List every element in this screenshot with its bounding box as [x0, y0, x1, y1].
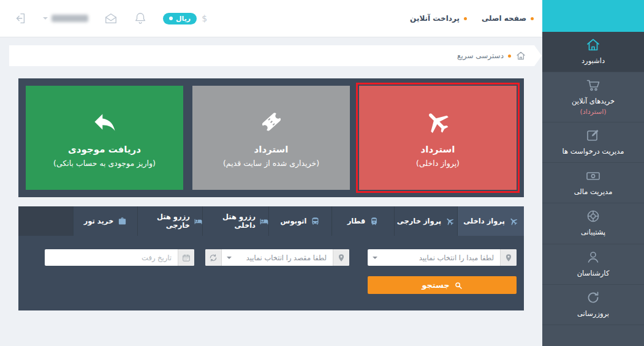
bullet-dot-icon — [508, 55, 511, 58]
bullet-dot-icon — [531, 17, 534, 20]
sidebar-item-online-purchases[interactable]: خریدهای آنلاین (استرداد) — [542, 72, 644, 122]
sidebar-item-label: کارشناسان — [577, 268, 610, 279]
ticket-icon — [258, 108, 285, 135]
sidebar-item-dashboard[interactable]: داشبورد — [542, 32, 644, 72]
sidebar-logo — [542, 0, 644, 32]
bullet-dot-icon — [464, 17, 467, 20]
sidebar-item-support[interactable]: پشتیبانی — [542, 203, 644, 244]
currency-rial-pill[interactable]: ریال — [163, 13, 197, 24]
departure-date-placeholder: تاریخ رفت — [45, 249, 178, 266]
breadcrumb: دسترسی سریع — [9, 45, 534, 66]
tab-label: پرواز داخلی — [463, 217, 505, 225]
destination-select[interactable]: لطفا مقصد را انتخاب نمایید — [205, 249, 349, 266]
banknote-icon — [586, 168, 600, 183]
plane-icon — [509, 217, 518, 226]
card-subtitle: (خریداری شده از سایت قدیم) — [223, 159, 319, 168]
card-receive-balance[interactable]: دریافت موجودی (واریز موجودی به حساب بانک… — [26, 86, 183, 190]
username-redacted — [51, 15, 88, 22]
tab-domestic-flight[interactable]: پرواز داخلی — [457, 206, 524, 236]
nav-link-online-payment[interactable]: پرداخت آنلاین — [410, 14, 467, 23]
tab-label: اتوبوس — [281, 217, 307, 225]
header-nav: صفحه اصلی پرداخت آنلاین — [410, 14, 534, 23]
sidebar-item-label: پشتیبانی — [581, 227, 605, 238]
plane-icon — [445, 217, 455, 226]
map-pin-icon — [333, 249, 349, 266]
app-window: ریال $ صفحه اصلی پرداخت آنلاین دسترسی سر… — [0, 0, 644, 346]
home-icon[interactable] — [516, 51, 526, 61]
currency-toggle[interactable]: ریال $ — [163, 13, 207, 24]
origin-placeholder: لطفا مبدا را انتخاب نمایید — [382, 249, 500, 266]
tab-domestic-hotel[interactable]: رزرو هتل داخلی — [202, 206, 268, 236]
departure-date-input[interactable]: تاریخ رفت — [45, 249, 194, 266]
sidebar-item-financial-management[interactable]: مدیریت مالی — [542, 163, 644, 203]
train-icon — [369, 217, 379, 226]
chevron-down-icon — [368, 249, 382, 266]
nav-link-home[interactable]: صفحه اصلی — [482, 14, 534, 23]
card-subtitle: (واریز موجودی به حساب بانکی) — [53, 159, 156, 168]
card-refund-domestic-flight[interactable]: استرداد (پرواز داخلی) — [359, 86, 517, 190]
breadcrumb-arrow — [534, 45, 542, 66]
lifebuoy-icon — [586, 209, 600, 224]
nav-link-online-payment-label: پرداخت آنلاین — [410, 14, 460, 23]
sidebar-item-label: داشبورد — [581, 56, 605, 66]
tab-international-flight[interactable]: پرواز خارجی — [394, 206, 457, 236]
edit-icon — [586, 128, 600, 143]
nav-link-home-label: صفحه اصلی — [482, 14, 526, 23]
tab-label: قطار — [347, 217, 366, 225]
card-refund-old-site[interactable]: استرداد (خریداری شده از سایت قدیم) — [192, 86, 350, 190]
quick-access-cards: استرداد (پرواز داخلی) استرداد (خریداری ش… — [18, 78, 524, 197]
home-icon — [586, 37, 600, 52]
calendar-icon — [178, 249, 194, 266]
breadcrumb-label: دسترسی سریع — [457, 51, 504, 60]
header-left-tools: ریال $ — [13, 12, 207, 25]
logout-icon[interactable] — [13, 12, 27, 25]
tab-label: رزرو هتل داخلی — [203, 212, 256, 230]
booking-panel: پرواز داخلی پرواز خارجی قطار اتوبوس رزرو… — [18, 206, 524, 310]
card-title: استرداد — [254, 144, 289, 155]
reply-arrow-icon — [91, 108, 118, 135]
sidebar: داشبورد خریدهای آنلاین (استرداد) مدیریت … — [542, 0, 644, 346]
destination-placeholder: لطفا مقصد را انتخاب نمایید — [237, 249, 333, 266]
briefcase-icon — [118, 217, 127, 226]
currency-dot-icon — [169, 17, 173, 20]
bed-icon — [194, 217, 202, 226]
sidebar-item-label: مدیریت درخواست ها — [563, 146, 624, 157]
currency-rial-label: ریال — [176, 15, 191, 23]
search-button-label: جستجو — [422, 280, 449, 290]
messages-icon[interactable] — [104, 12, 118, 25]
tab-international-hotel[interactable]: رزرو هتل خارجی — [137, 206, 202, 236]
cart-icon — [586, 78, 600, 92]
tab-tour[interactable]: خرید تور — [73, 206, 137, 236]
currency-dollar-label[interactable]: $ — [202, 13, 207, 23]
sidebar-item-label: مدیریت مالی — [574, 187, 613, 197]
sidebar-item-label: بروزرسانی — [577, 309, 609, 319]
card-title: استرداد — [421, 144, 455, 155]
sidebar-item-experts[interactable]: کارشناسان — [542, 244, 644, 285]
search-button[interactable]: جستجو — [368, 276, 517, 294]
notifications-bell-icon[interactable] — [134, 12, 147, 25]
chevron-down-icon — [222, 249, 237, 266]
sidebar-item-request-management[interactable]: مدیریت درخواست ها — [542, 122, 644, 163]
tab-bus[interactable]: اتوبوس — [268, 206, 331, 236]
card-title: دریافت موجودی — [68, 144, 141, 155]
plane-icon — [425, 108, 452, 135]
bus-icon — [311, 217, 320, 226]
tab-label: رزرو هتل خارجی — [138, 212, 190, 230]
tab-label: پرواز خارجی — [397, 217, 441, 225]
sidebar-item-update[interactable]: بروزرسانی — [542, 285, 644, 325]
booking-tabs: پرواز داخلی پرواز خارجی قطار اتوبوس رزرو… — [18, 206, 524, 236]
bed-icon — [260, 217, 268, 226]
map-pin-icon — [500, 249, 517, 266]
swap-refresh-icon[interactable] — [205, 249, 222, 266]
tabs-empty-spacer — [18, 206, 73, 236]
user-icon — [586, 250, 600, 265]
top-header: ریال $ صفحه اصلی پرداخت آنلاین — [0, 0, 542, 37]
card-subtitle: (پرواز داخلی) — [416, 159, 460, 168]
chevron-down-icon — [43, 17, 48, 20]
origin-select[interactable]: لطفا مبدا را انتخاب نمایید — [368, 249, 517, 266]
refresh-icon — [586, 290, 600, 305]
tab-train[interactable]: قطار — [331, 206, 394, 236]
tab-label: خرید تور — [84, 217, 114, 225]
sidebar-item-sublabel: (استرداد) — [580, 107, 606, 116]
user-menu[interactable] — [43, 15, 88, 22]
